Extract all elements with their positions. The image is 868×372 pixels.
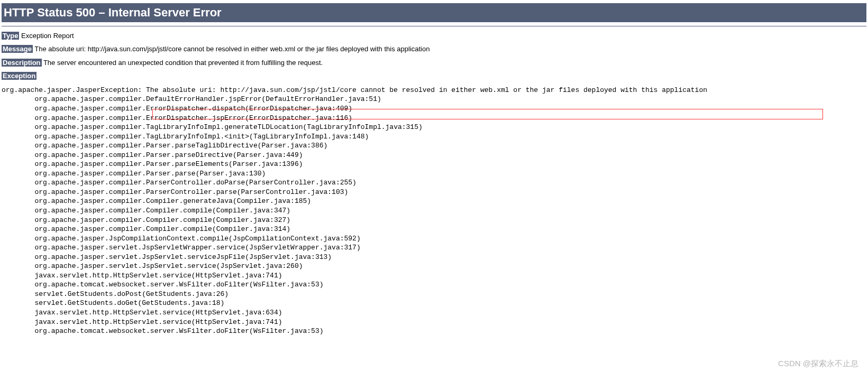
message-label: Message	[2, 45, 33, 53]
exception-row: Exception	[2, 72, 868, 80]
exception-label: Exception	[2, 72, 36, 80]
description-value: The server encountered an unexpected con…	[42, 59, 323, 67]
description-label: Description	[2, 59, 42, 67]
message-value: The absolute uri: http://java.sun.com/js…	[33, 45, 430, 53]
type-value: Exception Report	[19, 32, 74, 40]
type-row: Type Exception Report	[2, 32, 868, 40]
type-label: Type	[2, 32, 19, 40]
page-title: HTTP Status 500 – Internal Server Error	[2, 3, 866, 22]
message-row: Message The absolute uri: http://java.su…	[2, 45, 868, 53]
exception-trace: org.apache.jasper.JasperException: The a…	[2, 86, 868, 336]
description-row: Description The server encountered an un…	[2, 59, 868, 67]
divider	[2, 26, 866, 26]
